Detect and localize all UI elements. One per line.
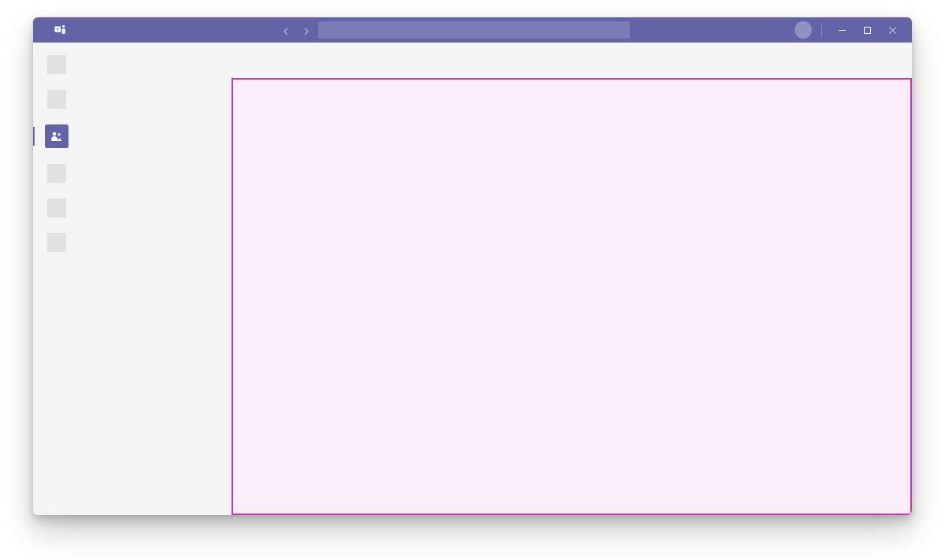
user-avatar[interactable] <box>795 21 812 39</box>
history-nav <box>282 24 313 35</box>
back-button[interactable] <box>282 24 293 35</box>
app-rail <box>33 43 80 515</box>
rail-item-teams[interactable] <box>45 124 69 148</box>
canvas-highlight-region <box>232 78 912 515</box>
rail-item-calendar[interactable] <box>47 164 66 183</box>
svg-point-7 <box>53 132 57 136</box>
separator <box>821 23 822 37</box>
secondary-panel <box>80 43 232 515</box>
svg-point-2 <box>62 25 65 28</box>
maximize-button[interactable] <box>855 17 879 43</box>
main-stage <box>232 43 912 515</box>
teams-logo-icon: T <box>54 23 68 37</box>
rail-item-files[interactable] <box>47 233 66 252</box>
minimize-button[interactable] <box>830 17 854 43</box>
svg-point-8 <box>57 133 60 135</box>
rail-item-activity[interactable] <box>47 55 66 74</box>
teams-icon <box>50 129 64 143</box>
rail-item-chat[interactable] <box>47 90 66 109</box>
search-input[interactable] <box>318 21 630 39</box>
svg-rect-4 <box>864 27 870 33</box>
forward-button[interactable] <box>302 24 313 35</box>
title-bar: T <box>33 17 912 43</box>
rail-item-calls[interactable] <box>47 198 66 217</box>
close-button[interactable] <box>880 17 904 43</box>
titlebar-right-cluster <box>795 17 904 43</box>
svg-text:T: T <box>56 28 59 32</box>
content-area <box>33 43 912 515</box>
app-window: T <box>33 17 912 515</box>
